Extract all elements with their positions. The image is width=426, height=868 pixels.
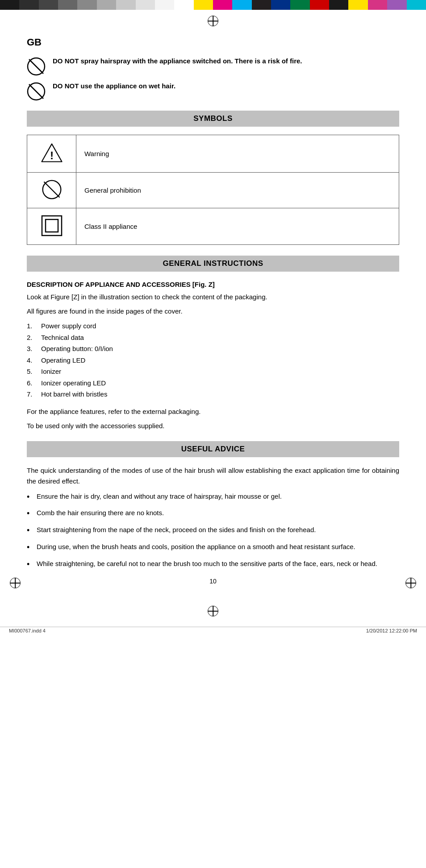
svg-line-7 [44,182,59,197]
list-num: 3. [27,343,41,355]
svg-text:!: ! [50,149,53,161]
reg-mark-top-center [208,16,218,26]
warning-items: DO NOT spray hairspray with the applianc… [27,56,399,101]
list-text: Operating button: 0/I/ion [41,343,113,355]
list-num: 4. [27,355,41,366]
bullet-text: Ensure the hair is dry, clean and withou… [37,491,282,502]
list-item: 6.Ionizer operating LED [27,377,399,389]
bullet-text: Comb the hair ensuring there are no knot… [37,508,164,518]
warning-text-1: DO NOT spray hairspray with the applianc… [53,56,302,66]
main-content: GB DO NOT spray hairspray with the appli… [0,32,426,600]
prohibition-circle-icon [41,179,63,200]
description-para-2: All figures are found in the inside page… [27,306,399,317]
reg-marks-bottom [0,600,426,622]
footer-para-2: To be used only with the accessories sup… [27,421,399,431]
list-item: 4.Operating LED [27,355,399,366]
warning-item-2: DO NOT use the appliance on wet hair. [27,81,399,101]
list-item: During use, when the brush heats and coo… [27,541,399,554]
useful-advice-header: USEFUL ADVICE [27,441,399,457]
list-num: 5. [27,366,41,377]
symbols-table: ! Warning General prohibition [27,135,399,245]
warning-text-2: DO NOT use the appliance on wet hair. [53,81,175,91]
svg-line-1 [29,59,43,74]
table-row: General prohibition [27,173,399,208]
warning-item-1: DO NOT spray hairspray with the applianc… [27,56,399,76]
side-reg-marks-row: 10 [27,578,399,587]
country-code: GB [27,37,399,48]
symbols-header: SYMBOLS [27,111,399,127]
reg-mark-bottom-center [208,606,218,616]
svg-rect-9 [46,219,58,232]
reg-mark-left [10,578,21,588]
classii-symbol-cell [27,208,76,245]
list-text: Ionizer [41,366,61,377]
table-row: Class II appliance [27,208,399,245]
bullet-text: Start straightening from the nape of the… [37,525,316,535]
list-num: 1. [27,320,41,332]
useful-advice-intro: The quick understanding of the modes of … [27,465,399,487]
list-item: 2.Technical data [27,332,399,343]
color-bar [0,0,426,10]
list-text: Ionizer operating LED [41,377,106,389]
list-item: While straightening, be careful not to n… [27,558,399,571]
general-instructions-header: GENERAL INSTRUCTIONS [27,256,399,272]
list-text: Operating LED [41,355,85,366]
table-row: ! Warning [27,135,399,173]
list-num: 6. [27,377,41,389]
reg-marks-top [0,10,426,32]
warning-triangle-icon: ! [40,141,63,165]
classii-icon [41,215,63,237]
footer-left: MI000767.indd 4 [9,628,46,633]
list-text: Hot barrel with bristles [41,389,107,400]
no-wet-hair-icon [27,82,46,101]
svg-rect-8 [42,216,62,236]
warning-desc: Warning [76,135,399,173]
list-num: 2. [27,332,41,343]
list-item: 7.Hot barrel with bristles [27,389,399,400]
prohibition-desc: General prohibition [76,173,399,208]
bullet-text: During use, when the brush heats and coo… [37,541,355,552]
footer-para-1: For the appliance features, refer to the… [27,406,399,417]
classii-desc: Class II appliance [76,208,399,245]
list-item: Start straightening from the nape of the… [27,525,399,537]
prohibition-symbol-cell [27,173,76,208]
description-para-1: Look at Figure [Z] in the illustration s… [27,292,399,302]
list-item: 3.Operating button: 0/I/ion [27,343,399,355]
footer: MI000767.indd 4 1/20/2012 12:22:00 PM [0,627,426,634]
warning-symbol-cell: ! [27,135,76,173]
list-item: 1.Power supply cord [27,320,399,332]
list-num: 7. [27,389,41,400]
list-item: 5.Ionizer [27,366,399,377]
list-text: Power supply cord [41,320,96,332]
page-number: 10 [27,578,399,587]
svg-line-3 [29,84,43,99]
footer-right: 1/20/2012 12:22:00 PM [366,628,417,633]
bullet-text: While straightening, be careful not to n… [37,558,377,569]
list-item: Comb the hair ensuring there are no knot… [27,508,399,520]
general-instructions-body: DESCRIPTION OF APPLIANCE AND ACCESSORIES… [27,281,399,431]
list-text: Technical data [41,332,84,343]
reg-mark-right [405,578,416,588]
components-list: 1.Power supply cord 2.Technical data 3.O… [27,320,399,400]
list-item: Ensure the hair is dry, clean and withou… [27,491,399,504]
subsection-title: DESCRIPTION OF APPLIANCE AND ACCESSORIES… [27,281,399,288]
useful-advice-bullets: Ensure the hair is dry, clean and withou… [27,491,399,571]
no-hairspray-icon [27,57,46,76]
